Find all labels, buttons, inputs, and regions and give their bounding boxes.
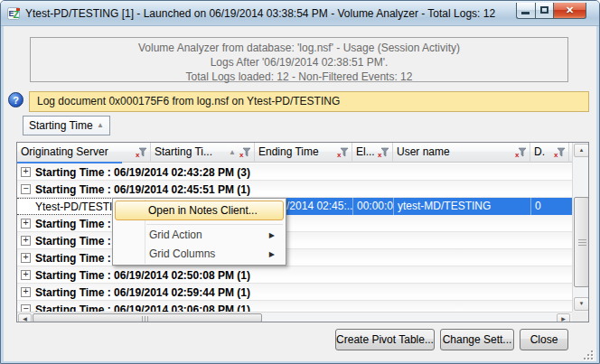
group-row[interactable]: + Starting Time : — [17, 232, 572, 249]
vertical-scrollbar-thumb[interactable] — [574, 197, 589, 287]
group-row-label: Starting Time : 06/19/2014 02:43:28 PM (… — [35, 166, 250, 179]
thumb-grip — [142, 316, 148, 322]
collapse-icon[interactable]: − — [21, 184, 31, 194]
summary-line-3: Total Logs loaded: 12 - Non-Filtered Eve… — [31, 70, 567, 84]
summary-line-1: Volume Analyzer from database: 'log.nsf'… — [31, 41, 567, 55]
minimize-icon — [521, 12, 530, 14]
column-header-ending-time[interactable]: Ending Time x — [255, 143, 352, 163]
filter-icon[interactable]: x — [515, 147, 527, 158]
expand-icon[interactable]: + — [21, 219, 31, 229]
column-header-label: User name — [397, 145, 450, 158]
filter-icon[interactable]: x — [378, 147, 389, 158]
cell-d[interactable]: 0 — [530, 198, 572, 215]
group-row[interactable]: + Starting Time : — [17, 249, 572, 266]
group-row[interactable]: + Starting Time : 06/19/2014 02:50:08 PM… — [17, 266, 572, 284]
column-header-elapsed[interactable]: El... x — [352, 143, 393, 163]
close-button[interactable]: Close — [520, 329, 568, 350]
filter-icon[interactable]: x — [337, 147, 349, 158]
column-header-label: D. — [534, 145, 545, 158]
menu-item-label: Grid Action — [149, 229, 202, 241]
summary-line-2: Logs After '06/19/2014 02:38:51 PM'. — [31, 55, 567, 70]
sort-ascending-icon: ▲ — [229, 149, 236, 156]
filter-icon[interactable]: x — [136, 147, 147, 158]
vertical-scrollbar[interactable]: ▲ ▼ — [572, 143, 589, 312]
grid-rows: + Starting Time : 06/19/2014 02:43:28 PM… — [17, 163, 572, 312]
context-menu: Open in Notes Client... Grid Action ▶ Gr… — [112, 198, 286, 266]
close-window-button[interactable]: ✕ — [554, 3, 586, 19]
create-pivot-table-button[interactable]: Create Pivot Table... — [335, 329, 435, 350]
svg-text:x: x — [239, 151, 244, 158]
menu-separator — [146, 224, 283, 225]
column-header-d[interactable]: D. x — [530, 143, 569, 163]
expand-icon[interactable]: + — [21, 253, 31, 263]
column-header-user-name[interactable]: User name x — [393, 143, 530, 163]
scroll-right-button[interactable]: ▶ — [557, 313, 570, 322]
window-title: Ytest-PD/TESTING [1] - Launched on 06/19… — [25, 7, 495, 20]
column-header-label: Originating Server — [21, 145, 108, 158]
svg-text:x: x — [136, 151, 140, 158]
resize-grip[interactable] — [583, 350, 593, 359]
submenu-arrow-icon: ▶ — [269, 226, 275, 245]
group-row-label: Starting Time : — [35, 252, 111, 265]
group-row-label: Starting Time : 06/19/2014 02:59:44 PM (… — [35, 286, 250, 299]
data-row-selected[interactable]: Ytest-PD/TESTING 06/19/2014 02:45:... 06… — [17, 198, 572, 215]
column-header-originating-server[interactable]: Originating Server x — [17, 143, 151, 163]
group-row[interactable]: + Starting Time : 06/19/2014 02:59:44 PM… — [17, 284, 572, 301]
menu-item-open-in-notes-client[interactable]: Open in Notes Client... — [115, 201, 284, 220]
svg-text:x: x — [337, 151, 342, 158]
expand-icon[interactable]: + — [21, 270, 31, 280]
svg-text:x: x — [515, 151, 520, 158]
scrollbar-corner — [572, 312, 589, 322]
horizontal-scrollbar-thumb[interactable] — [33, 313, 262, 322]
sort-ascending-icon: ▲ — [97, 122, 104, 129]
filter-icon[interactable]: x — [239, 147, 251, 158]
column-header-label: El... — [356, 145, 375, 158]
change-settings-button[interactable]: Change Sett... — [440, 329, 514, 350]
group-row[interactable]: + Starting Time : — [17, 215, 572, 232]
group-by-chip-starting-time[interactable]: Starting Time ▲ — [23, 116, 110, 135]
svg-text:x: x — [378, 151, 382, 158]
scroll-left-button[interactable]: ◀ — [18, 313, 32, 322]
expand-icon[interactable]: + — [21, 236, 31, 246]
maximize-button[interactable] — [535, 3, 554, 19]
app-icon: E Z — [7, 6, 22, 21]
maximize-icon — [540, 6, 548, 14]
summary-box: Volume Analyzer from database: 'log.nsf'… — [30, 37, 568, 82]
group-row-label: Starting Time : 06/19/2014 02:45:51 PM (… — [35, 183, 250, 196]
expand-icon[interactable]: + — [21, 287, 31, 297]
horizontal-scrollbar[interactable]: ◀ ▶ — [17, 312, 572, 322]
menu-item-grid-action[interactable]: Grid Action ▶ — [115, 226, 284, 245]
submenu-arrow-icon: ▶ — [269, 245, 275, 264]
group-row-label: Starting Time : 06/19/2014 02:50:08 PM (… — [35, 269, 250, 282]
group-row-label: Starting Time : — [35, 218, 111, 230]
expand-icon[interactable]: + — [21, 167, 31, 177]
cell-user-name[interactable]: ytest-MD/TESTING — [393, 198, 530, 215]
column-header-label: Starting Ti... — [155, 145, 212, 158]
svg-text:x: x — [554, 151, 558, 158]
cell-elapsed[interactable]: 00:00:00 — [352, 198, 393, 215]
group-row[interactable]: + Starting Time : 06/19/2014 02:43:28 PM… — [17, 163, 572, 181]
filter-icon[interactable]: x — [554, 147, 566, 158]
title-bar[interactable]: E Z Ytest-PD/TESTING [1] - Launched on 0… — [1, 1, 599, 26]
group-row[interactable]: − Starting Time : 06/19/2014 03:06:08 PM… — [17, 301, 572, 312]
group-row-label: Starting Time : 06/19/2014 03:06:08 PM (… — [35, 303, 250, 312]
column-header-label: Ending Time — [258, 145, 319, 158]
group-row[interactable]: − Starting Time : 06/19/2014 02:45:51 PM… — [17, 181, 572, 198]
window-controls: ✕ — [516, 3, 586, 19]
group-row-label: Starting Time : — [35, 235, 111, 247]
minimize-button[interactable] — [516, 3, 535, 19]
help-icon[interactable]: ? — [8, 92, 23, 107]
menu-item-grid-columns[interactable]: Grid Columns ▶ — [115, 245, 284, 264]
volume-analyzer-window: E Z Ytest-PD/TESTING [1] - Launched on 0… — [0, 0, 600, 364]
dialog-content: Volume Analyzer from database: 'log.nsf'… — [4, 26, 596, 361]
thumb-grip — [578, 239, 586, 246]
column-header-starting-time[interactable]: Starting Ti... ▲ x — [151, 143, 255, 163]
scroll-down-button[interactable]: ▼ — [574, 297, 589, 311]
group-by-chip-label: Starting Time — [29, 119, 93, 132]
log-grid: Originating Server x Starting Ti... ▲ x … — [16, 142, 589, 322]
menu-item-label: Grid Columns — [149, 247, 215, 260]
scroll-up-button[interactable]: ▲ — [574, 144, 589, 157]
log-document-info-bar: Log document 0x000175F6 from log.nsf on … — [29, 91, 589, 112]
collapse-icon[interactable]: − — [21, 304, 31, 312]
